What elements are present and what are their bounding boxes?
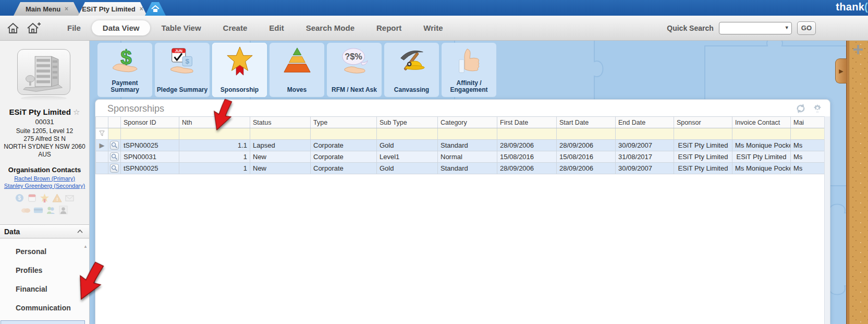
filter-cell[interactable] xyxy=(121,128,179,140)
filter-cell[interactable] xyxy=(732,128,791,140)
column-header-sponsor-id[interactable]: Sponsor ID xyxy=(121,117,179,128)
cell[interactable]: 28/09/2006 xyxy=(557,140,616,151)
cell[interactable]: 30/09/2007 xyxy=(616,163,674,174)
cell[interactable]: Standard xyxy=(438,140,497,151)
tile-moves[interactable]: Moves xyxy=(270,43,324,97)
sidebar-item-prospecting[interactable]: Prospecting xyxy=(1,320,85,324)
menu-report[interactable]: Report xyxy=(365,20,412,35)
cell[interactable]: 1 xyxy=(179,163,250,174)
cell[interactable]: 28/09/2006 xyxy=(557,163,616,174)
tile-pledge-summary[interactable]: JUN $ Pledge Summary xyxy=(155,43,210,97)
cell[interactable]: ESiT Pty Limited xyxy=(674,151,732,163)
column-header-status[interactable]: Status xyxy=(250,117,311,128)
tab-main-menu[interactable]: Main Menu × xyxy=(14,2,80,16)
menu-file[interactable]: File xyxy=(56,20,92,35)
column-header-sub-type[interactable]: Sub Type xyxy=(377,117,438,128)
cell[interactable]: Corporate xyxy=(311,151,377,163)
open-record-button[interactable] xyxy=(110,152,119,161)
sidebar-item-communication[interactable]: Communication xyxy=(0,302,89,314)
data-section-header[interactable]: Data xyxy=(0,224,89,238)
tile-sponsorship[interactable]: Sponsorship xyxy=(212,43,267,97)
menu-search-mode[interactable]: Search Mode xyxy=(295,20,365,35)
table-row[interactable]: SPN00031 1 New Corporate Level1 Normal 1… xyxy=(96,151,825,163)
cell[interactable]: 28/09/2006 xyxy=(497,163,557,174)
cell[interactable]: Ms xyxy=(791,140,825,151)
filter-cell[interactable] xyxy=(674,128,732,140)
cell[interactable]: ESiT Pty Limited xyxy=(674,163,732,174)
tile-rfm-next-ask[interactable]: ?$% RFM / Next Ask xyxy=(327,43,382,97)
cell[interactable]: 31/08/2017 xyxy=(616,151,674,163)
tab-esit-pty-limited[interactable]: ESiT Pty Limited × xyxy=(78,2,147,16)
column-header-start-date[interactable]: Start Date xyxy=(557,117,616,128)
refresh-icon[interactable] xyxy=(796,103,806,114)
filter-cell[interactable] xyxy=(108,128,121,140)
add-home-button[interactable] xyxy=(25,20,43,37)
quick-search-input[interactable] xyxy=(722,23,782,33)
cell[interactable]: Standard xyxy=(438,163,497,174)
column-header-invoice-contact[interactable]: Invoice Contact xyxy=(732,117,791,128)
tile-affinity-engagement[interactable]: Affinity / Engagement xyxy=(442,43,496,97)
menu-data-view[interactable]: Data View xyxy=(92,20,151,35)
filter-cell[interactable] xyxy=(438,128,497,140)
column-header-sponsor[interactable]: Sponsor xyxy=(674,117,732,128)
table-row[interactable]: ▶ tSPN00025 1.1 Lapsed Corporate Gold St… xyxy=(96,140,825,151)
column-header-mail[interactable]: Mai xyxy=(791,117,825,128)
close-icon[interactable]: × xyxy=(140,5,143,13)
cell[interactable]: 28/09/2006 xyxy=(497,140,557,151)
column-header-type[interactable]: Type xyxy=(311,117,377,128)
filter-cell[interactable] xyxy=(557,128,616,140)
cell[interactable]: 1.1 xyxy=(179,140,250,151)
cell[interactable]: 15/08/2016 xyxy=(497,151,557,163)
cell[interactable]: 30/09/2007 xyxy=(616,140,674,151)
cell[interactable]: Ms Monique Pockett xyxy=(732,163,791,174)
cell[interactable]: tSPN00025 xyxy=(121,140,179,151)
close-icon[interactable]: × xyxy=(65,5,68,13)
cell[interactable]: Ms xyxy=(791,163,825,174)
menu-write[interactable]: Write xyxy=(412,20,454,35)
cell[interactable]: New xyxy=(250,163,311,174)
table-row[interactable]: tSPN00025 1 New Corporate Gold Standard … xyxy=(96,163,825,174)
cell[interactable]: SPN00031 xyxy=(121,151,179,163)
filter-cell[interactable] xyxy=(616,128,674,140)
cell[interactable]: Ms Monique Pockett xyxy=(732,140,791,151)
cell[interactable]: Level1 xyxy=(377,151,438,163)
menu-edit[interactable]: Edit xyxy=(258,20,295,35)
filter-cell[interactable] xyxy=(791,128,825,140)
new-home-tab-button[interactable] xyxy=(145,2,166,16)
cell[interactable]: 1 xyxy=(179,151,250,163)
menu-table-view[interactable]: Table View xyxy=(150,20,212,35)
cell[interactable]: Corporate xyxy=(311,140,377,151)
sidebar-item-profiles[interactable]: Profiles xyxy=(0,264,89,277)
filter-cell[interactable] xyxy=(311,128,377,140)
expand-panel-tab[interactable]: ▶ xyxy=(835,58,847,83)
column-header-category[interactable]: Category xyxy=(438,117,497,128)
cell[interactable]: 15/08/2016 xyxy=(557,151,616,163)
open-record-button[interactable] xyxy=(110,164,119,173)
home-button[interactable] xyxy=(4,20,22,37)
cell[interactable]: Gold xyxy=(377,140,438,151)
cell[interactable]: ESiT Pty Limited xyxy=(732,151,791,163)
favourite-star-icon[interactable]: ☆ xyxy=(73,107,80,116)
cell[interactable]: ESiT Pty Limited xyxy=(674,140,732,151)
column-header-first-date[interactable]: First Date xyxy=(497,117,557,128)
plus-icon[interactable] xyxy=(853,45,863,54)
cell[interactable]: tSPN00025 xyxy=(121,163,179,174)
cell[interactable]: Corporate xyxy=(311,163,377,174)
chevron-down-icon[interactable]: ▼ xyxy=(785,25,789,30)
vertical-scrollbar[interactable] xyxy=(824,116,830,324)
menu-create[interactable]: Create xyxy=(212,20,259,35)
open-record-button[interactable] xyxy=(110,141,119,150)
tile-canvassing[interactable]: Canvassing xyxy=(384,43,439,97)
gear-icon[interactable] xyxy=(812,103,823,114)
contact-link-primary[interactable]: Rachel Brown (Primary) xyxy=(0,175,89,182)
cell[interactable]: New xyxy=(250,151,311,163)
filter-cell[interactable] xyxy=(250,128,311,140)
column-header-end-date[interactable]: End Date xyxy=(616,117,674,128)
cell[interactable]: Lapsed xyxy=(250,140,311,151)
cell[interactable]: Gold xyxy=(377,163,438,174)
cell[interactable]: Ms xyxy=(791,151,825,163)
sidebar-item-personal[interactable]: Personal xyxy=(0,245,89,258)
filter-cell[interactable] xyxy=(377,128,438,140)
go-button[interactable]: GO xyxy=(797,21,816,35)
filter-cell[interactable] xyxy=(497,128,557,140)
